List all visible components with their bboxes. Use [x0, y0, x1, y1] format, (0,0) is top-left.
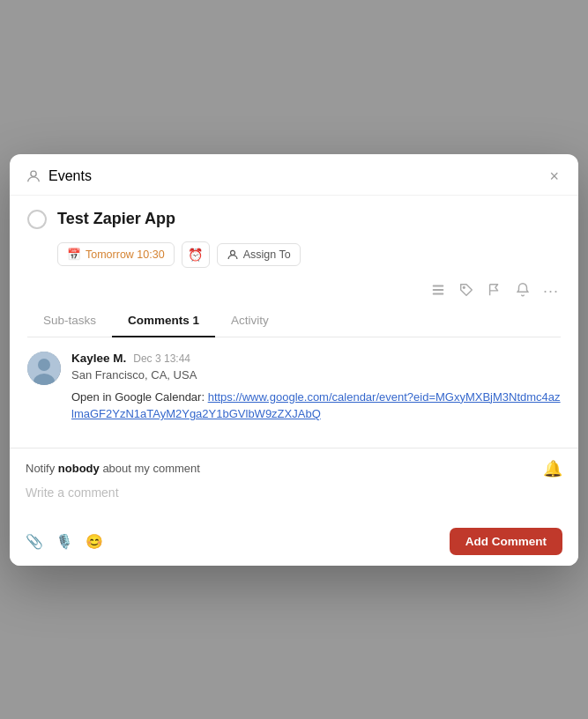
comment-author: Kaylee M.	[71, 352, 126, 365]
due-date-label: Tomorrow 10:30	[86, 248, 165, 261]
avatar	[27, 352, 61, 385]
modal-footer: Notify nobody about my comment 🔔 📎 🎙️ 😊 …	[10, 448, 578, 566]
comment-content: Kaylee M. Dec 3 13:44 San Francisco, CA,…	[71, 352, 561, 423]
notify-bold: nobody	[58, 462, 100, 475]
modal-section-title: Events	[48, 168, 92, 184]
task-meta-row: 📅 Tomorrow 10:30 ⏰ Assign To	[27, 241, 561, 268]
comment-text-prefix: Open in Google Calendar:	[71, 390, 208, 404]
emoji-icon[interactable]: 😊	[86, 533, 103, 550]
footer-actions: 📎 🎙️ 😊 Add Comment	[26, 528, 562, 555]
notify-text: Notify nobody about my comment	[26, 462, 200, 475]
more-options-icon[interactable]: ···	[543, 282, 559, 300]
task-title-row: Test Zapier App	[27, 210, 561, 229]
reminder-button[interactable]: ⏰	[182, 241, 210, 268]
assign-label: Assign To	[243, 248, 291, 261]
svg-rect-4	[433, 293, 444, 294]
modal-header: Events ×	[10, 154, 578, 196]
comments-section: Kaylee M. Dec 3 13:44 San Francisco, CA,…	[27, 337, 561, 448]
notify-bar: Notify nobody about my comment 🔔	[26, 459, 562, 478]
task-complete-checkbox[interactable]	[27, 210, 47, 229]
tabs-row: Sub-tasks Comments 1 Activity	[27, 305, 561, 337]
flag-icon[interactable]	[487, 282, 502, 301]
comment-time: Dec 3 13:44	[133, 352, 190, 365]
comment-text: Open in Google Calendar: https://www.goo…	[71, 389, 561, 423]
notify-prefix: Notify	[26, 462, 58, 475]
person-icon	[227, 248, 239, 261]
comment-input[interactable]	[26, 486, 562, 517]
bell-toolbar-icon[interactable]	[515, 282, 531, 301]
due-date-button[interactable]: 📅 Tomorrow 10:30	[57, 242, 175, 266]
task-title: Test Zapier App	[57, 210, 175, 228]
alarm-clock-icon: ⏰	[188, 248, 203, 262]
notify-suffix: about my comment	[100, 462, 200, 475]
svg-point-0	[31, 171, 36, 176]
tab-subtasks[interactable]: Sub-tasks	[27, 305, 112, 337]
calendar-icon: 📅	[67, 248, 81, 261]
tab-activity[interactable]: Activity	[215, 305, 285, 337]
svg-point-7	[38, 359, 50, 371]
toolbar-icons: ···	[27, 282, 561, 301]
tag-icon[interactable]	[458, 282, 474, 301]
svg-point-1	[230, 250, 234, 255]
svg-rect-2	[433, 285, 444, 286]
close-button[interactable]: ×	[546, 167, 562, 186]
user-icon	[26, 168, 41, 184]
task-modal: Events × Test Zapier App 📅 Tomorrow 10:3…	[10, 154, 578, 566]
checklist-icon[interactable]	[430, 282, 446, 301]
attach-icon[interactable]: 📎	[26, 533, 43, 550]
notify-bell-icon[interactable]: 🔔	[543, 459, 562, 478]
comment-item: Kaylee M. Dec 3 13:44 San Francisco, CA,…	[27, 352, 561, 423]
footer-icons: 📎 🎙️ 😊	[26, 533, 103, 550]
microphone-icon[interactable]: 🎙️	[56, 533, 73, 550]
tab-comments[interactable]: Comments 1	[112, 305, 215, 337]
svg-point-5	[463, 286, 465, 288]
comment-header: Kaylee M. Dec 3 13:44	[71, 352, 561, 365]
svg-rect-3	[433, 289, 444, 291]
add-comment-button[interactable]: Add Comment	[450, 528, 562, 555]
modal-header-left: Events	[26, 168, 92, 184]
comment-location: San Francisco, CA, USA	[71, 368, 561, 382]
modal-body: Test Zapier App 📅 Tomorrow 10:30 ⏰ Assig…	[10, 196, 578, 448]
assign-button[interactable]: Assign To	[217, 243, 301, 266]
